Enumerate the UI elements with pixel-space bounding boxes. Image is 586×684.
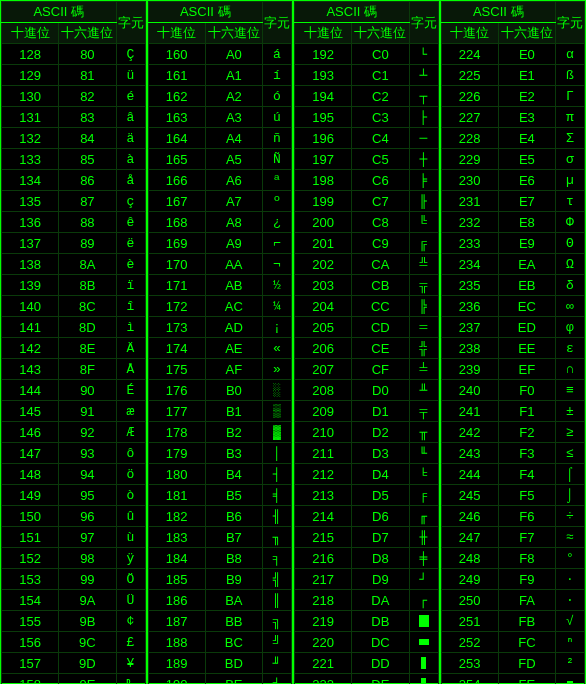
- table-row: 218DA┌: [295, 590, 439, 611]
- cell-char: ╡: [263, 485, 292, 506]
- ascii-table: ASCII 碼字元十進位十六進位160A0á161A1í162A2ó163A3ú…: [148, 1, 293, 684]
- cell-char: ╬: [409, 338, 438, 359]
- cell-char: Å: [116, 359, 145, 380]
- cell-decimal: 219: [295, 611, 352, 632]
- table-row: 239EF∩: [441, 359, 585, 380]
- cell-char: ¡: [263, 317, 292, 338]
- cell-char: ú: [263, 107, 292, 128]
- cell-hex: E2: [498, 86, 555, 107]
- cell-hex: 98: [59, 548, 116, 569]
- cell-hex: 80: [59, 44, 116, 65]
- cell-decimal: 134: [2, 170, 59, 191]
- table-row: 207CF╧: [295, 359, 439, 380]
- cell-hex: 95: [59, 485, 116, 506]
- table-row: 219DB: [295, 611, 439, 632]
- cell-hex: 8C: [59, 296, 116, 317]
- cell-char: ç: [116, 191, 145, 212]
- cell-decimal: 152: [2, 548, 59, 569]
- cell-decimal: 207: [295, 359, 352, 380]
- cell-char: Ω: [556, 254, 585, 275]
- table-row: 161A1í: [148, 65, 292, 86]
- cell-hex: 8D: [59, 317, 116, 338]
- cell-decimal: 146: [2, 422, 59, 443]
- cell-decimal: 161: [148, 65, 205, 86]
- cell-decimal: 246: [441, 506, 498, 527]
- table-row: 193C1┴: [295, 65, 439, 86]
- table-row: 1388Aè: [2, 254, 146, 275]
- cell-hex: AA: [205, 254, 262, 275]
- cell-char: ╤: [409, 401, 438, 422]
- header-decimal: 十進位: [441, 23, 498, 44]
- glyph-icon: [419, 615, 429, 627]
- cell-decimal: 211: [295, 443, 352, 464]
- table-row: 242F2≥: [441, 422, 585, 443]
- cell-hex: B3: [205, 443, 262, 464]
- cell-char: î: [116, 296, 145, 317]
- table-row: 1559B¢: [2, 611, 146, 632]
- table-row: 173AD¡: [148, 317, 292, 338]
- cell-decimal: 194: [295, 86, 352, 107]
- cell-char: ╧: [409, 359, 438, 380]
- cell-char: ╔: [409, 233, 438, 254]
- table-row: 15399Ö: [2, 569, 146, 590]
- cell-hex: 85: [59, 149, 116, 170]
- cell-char: ì: [116, 317, 145, 338]
- cell-decimal: 247: [441, 527, 498, 548]
- cell-char: Ä: [116, 338, 145, 359]
- cell-decimal: 139: [2, 275, 59, 296]
- table-row: 236EC∞: [441, 296, 585, 317]
- cell-decimal: 188: [148, 632, 205, 653]
- cell-hex: EF: [498, 359, 555, 380]
- cell-char: π: [556, 107, 585, 128]
- table-row: 185B9╣: [148, 569, 292, 590]
- cell-hex: C9: [352, 233, 409, 254]
- cell-char: ╛: [263, 674, 292, 685]
- table-row: 211D3╙: [295, 443, 439, 464]
- cell-hex: 96: [59, 506, 116, 527]
- cell-char: ├: [409, 107, 438, 128]
- cell-hex: A8: [205, 212, 262, 233]
- cell-char: à: [116, 149, 145, 170]
- table-row: 250FA·: [441, 590, 585, 611]
- cell-hex: AD: [205, 317, 262, 338]
- table-row: 197C5┼: [295, 149, 439, 170]
- cell-decimal: 140: [2, 296, 59, 317]
- cell-char: ó: [263, 86, 292, 107]
- cell-hex: AC: [205, 296, 262, 317]
- table-row: 220DC: [295, 632, 439, 653]
- cell-char: σ: [556, 149, 585, 170]
- cell-char: ╗: [263, 611, 292, 632]
- cell-decimal: 225: [441, 65, 498, 86]
- table-row: 229E5σ: [441, 149, 585, 170]
- cell-hex: A5: [205, 149, 262, 170]
- cell-hex: 86: [59, 170, 116, 191]
- cell-decimal: 182: [148, 506, 205, 527]
- cell-hex: 92: [59, 422, 116, 443]
- cell-char: ┘: [409, 569, 438, 590]
- cell-char: Φ: [556, 212, 585, 233]
- table-row: 188BC╝: [148, 632, 292, 653]
- cell-char: ß: [556, 65, 585, 86]
- cell-char: ₧: [116, 674, 145, 685]
- cell-decimal: 196: [295, 128, 352, 149]
- cell-hex: A4: [205, 128, 262, 149]
- cell-hex: A2: [205, 86, 262, 107]
- table-row: 243F3≤: [441, 443, 585, 464]
- cell-hex: 83: [59, 107, 116, 128]
- cell-decimal: 208: [295, 380, 352, 401]
- cell-decimal: 132: [2, 128, 59, 149]
- cell-char: â: [116, 107, 145, 128]
- table-row: 168A8¿: [148, 212, 292, 233]
- table-row: 241F1±: [441, 401, 585, 422]
- cell-char: Ç: [116, 44, 145, 65]
- table-row: 195C3├: [295, 107, 439, 128]
- cell-decimal: 216: [295, 548, 352, 569]
- cell-char: ┌: [409, 590, 438, 611]
- table-row: 198C6╞: [295, 170, 439, 191]
- cell-hex: E0: [498, 44, 555, 65]
- cell-decimal: 172: [148, 296, 205, 317]
- cell-decimal: 183: [148, 527, 205, 548]
- cell-decimal: 249: [441, 569, 498, 590]
- cell-hex: 9C: [59, 632, 116, 653]
- cell-decimal: 195: [295, 107, 352, 128]
